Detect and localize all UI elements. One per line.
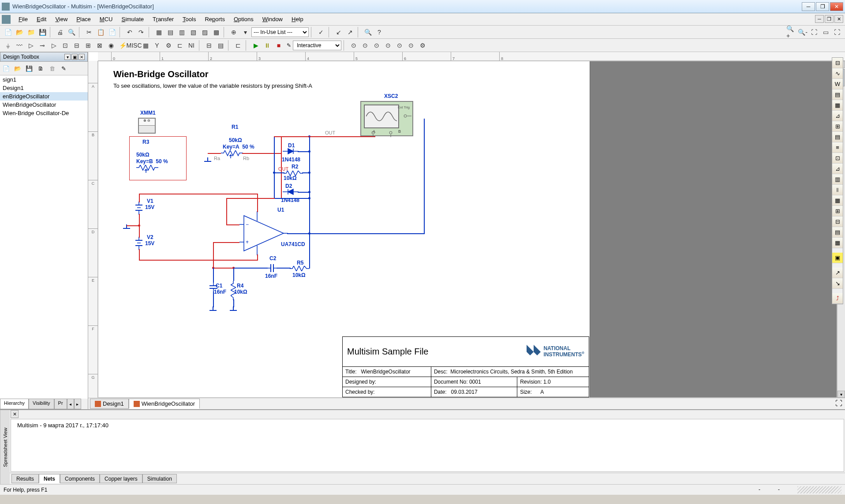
list-item[interactable]: sign1 <box>0 75 88 84</box>
find-example-icon[interactable]: 🔍 <box>363 27 373 37</box>
menu-help[interactable]: Help <box>287 14 308 24</box>
iv-analyzer-icon[interactable]: ⊿ <box>832 164 843 174</box>
list-item[interactable]: Design1 <box>0 84 88 92</box>
ss-tab-nets[interactable]: Nets <box>39 474 60 483</box>
print-preview-icon[interactable]: 🔍 <box>66 27 77 37</box>
network-icon[interactable]: ▦ <box>832 195 843 206</box>
save-schematic-icon[interactable]: 💾 <box>24 63 34 73</box>
ground-r1[interactable] <box>204 157 211 164</box>
toggle-spreadsheet2-icon[interactable]: ▨ <box>199 27 210 37</box>
probe-ref-icon[interactable]: ⊙ <box>394 40 405 51</box>
menu-edit[interactable]: Edit <box>32 14 51 24</box>
voltage-probe-icon[interactable]: ↘ <box>832 278 843 289</box>
cmos-icon[interactable]: ⊟ <box>71 40 82 51</box>
undo-icon[interactable]: ↶ <box>124 27 135 37</box>
electromech-icon[interactable]: ⚙ <box>163 40 174 51</box>
probe-i-icon[interactable]: ⊙ <box>360 40 370 51</box>
stop-button[interactable]: ■ <box>273 40 284 51</box>
toolbox-pin[interactable]: ▣ <box>71 54 78 60</box>
tek-scope-icon[interactable]: ▦ <box>832 238 843 248</box>
agilent-fg-icon[interactable]: ⊞ <box>832 206 843 217</box>
place-junction-icon[interactable]: ⊏ <box>233 40 243 51</box>
ss-tab-results[interactable]: Results <box>11 474 39 483</box>
logic-analyzer-icon[interactable]: ≡ <box>832 142 843 153</box>
close-schematic-icon[interactable]: 🗑 <box>47 63 57 73</box>
zoom-area-icon[interactable]: ⛶ <box>809 27 819 37</box>
place-hier-icon[interactable]: ▤ <box>215 40 226 51</box>
opamp-u1[interactable]: − + <box>239 211 288 257</box>
spreadsheet-close[interactable]: ✕ <box>11 410 19 418</box>
tab-visibility[interactable]: Visibility <box>29 399 54 409</box>
erc-icon[interactable]: ✓ <box>316 27 326 37</box>
menu-mcu[interactable]: MCU <box>95 14 117 24</box>
maximize-button[interactable]: ❐ <box>816 2 829 11</box>
probe-vd-icon[interactable]: ⊙ <box>383 40 393 51</box>
basic-icon[interactable]: 〰 <box>14 40 25 51</box>
resistor-r4[interactable] <box>231 281 236 302</box>
tab-scroll-right[interactable]: ▸ <box>74 399 81 409</box>
spectrum-icon[interactable]: ⫴ <box>832 185 843 195</box>
rename-icon[interactable]: ✎ <box>59 63 68 73</box>
menu-options[interactable]: Options <box>229 14 258 24</box>
ss-tab-components[interactable]: Components <box>60 474 100 483</box>
save-all-icon[interactable]: 🗎 <box>36 63 45 73</box>
new-icon[interactable]: 📄 <box>3 27 13 37</box>
tab-project[interactable]: Pr <box>54 399 67 409</box>
zoom-fit-icon[interactable]: ▭ <box>820 27 831 37</box>
current-probe-icon[interactable]: ↗ <box>832 268 843 278</box>
list-item[interactable]: enBridgeOscillator <box>0 92 88 101</box>
ttl-icon[interactable]: ⊡ <box>60 40 71 51</box>
toggle-descr-icon[interactable]: ▩ <box>211 27 221 37</box>
advanced-icon[interactable]: ▦ <box>140 40 151 51</box>
4ch-scope-icon[interactable]: ▦ <box>832 100 843 111</box>
rf-icon[interactable]: Y <box>152 40 162 51</box>
ss-tab-copper[interactable]: Copper layers <box>100 474 142 483</box>
diode-d2[interactable] <box>283 188 299 197</box>
list-item[interactable]: WienBridgeOscillator <box>0 101 88 109</box>
copy-icon[interactable]: 📋 <box>95 27 106 37</box>
list-item[interactable]: Wien-Bridge Oscillator-De <box>0 109 88 117</box>
toolbox-close[interactable]: ✕ <box>79 54 85 60</box>
oscilloscope-icon[interactable]: ▤ <box>832 90 843 100</box>
menu-window[interactable]: Window <box>258 14 287 24</box>
menu-simulate[interactable]: Simulate <box>117 14 148 24</box>
print-icon[interactable]: 🖨 <box>55 27 65 37</box>
pause-button[interactable]: ⏸ <box>262 40 273 51</box>
doctab-options-icon[interactable]: ⛶ <box>835 399 842 407</box>
close-button[interactable]: ✕ <box>830 2 843 11</box>
misc-icon[interactable]: MISC <box>129 40 139 51</box>
cut-icon[interactable]: ✂ <box>84 27 94 37</box>
toggle-grapher-icon[interactable]: ▤ <box>165 27 176 37</box>
menu-place[interactable]: Place <box>72 14 95 24</box>
function-gen-icon[interactable]: ∿ <box>832 68 843 79</box>
redo-icon[interactable]: ↷ <box>136 27 146 37</box>
probe-p-icon[interactable]: ⊙ <box>371 40 382 51</box>
open-sample-icon[interactable]: 📁 <box>26 27 36 37</box>
distortion-icon[interactable]: ▥ <box>832 174 843 185</box>
freq-counter-icon[interactable]: ⊞ <box>832 121 843 132</box>
tab-scroll-left[interactable]: ◂ <box>67 399 74 409</box>
zoom-in-icon[interactable]: 🔍+ <box>786 27 796 37</box>
menu-transfer[interactable]: Transfer <box>148 14 178 24</box>
new-schematic-icon[interactable]: 📄 <box>1 63 11 73</box>
menu-tools[interactable]: Tools <box>178 14 200 24</box>
help-icon[interactable]: ? <box>374 27 385 37</box>
probe-v-icon[interactable]: ⊙ <box>348 40 359 51</box>
back-annotate-icon[interactable]: ↙ <box>333 27 344 37</box>
place-bus-icon[interactable]: ⊟ <box>204 40 214 51</box>
scroll-down-icon[interactable]: ▾ <box>838 391 845 398</box>
potentiometer-r3[interactable] <box>136 165 158 175</box>
measurement-probe-icon[interactable]: ⤴ <box>832 293 843 304</box>
misc-digital-icon[interactable]: ⊞ <box>83 40 93 51</box>
run-button[interactable]: ▶ <box>251 40 261 51</box>
open-icon[interactable]: 📂 <box>14 27 25 37</box>
doctab-design1[interactable]: Design1 <box>90 399 129 409</box>
resize-grip-icon[interactable] <box>797 486 841 493</box>
probe-set-icon[interactable]: ⊙ <box>406 40 416 51</box>
doctab-wienbridge[interactable]: WienBridgeOscillator <box>129 399 200 409</box>
minimize-button[interactable]: ─ <box>802 2 815 11</box>
ground-r4[interactable] <box>230 306 237 314</box>
place-component-icon[interactable]: ⊕ <box>228 27 239 37</box>
forward-annotate-icon[interactable]: ↗ <box>345 27 355 37</box>
source-icon[interactable]: ⏚ <box>3 40 13 51</box>
